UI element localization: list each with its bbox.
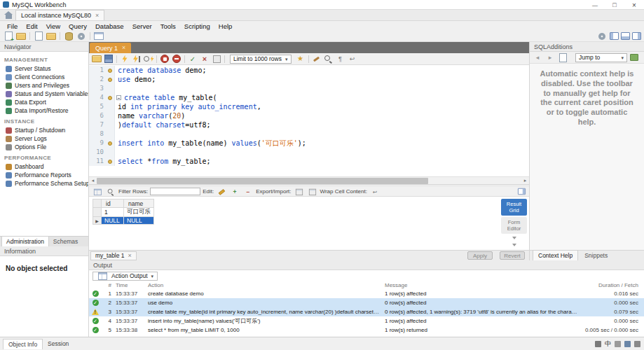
manual-icon[interactable] — [629, 52, 640, 62]
connection-tab[interactable]: Local instance MySQL80 — [15, 10, 104, 20]
close-icon[interactable] — [122, 45, 125, 51]
output-row[interactable]: 415:33:37insert into my_table(name) valu… — [89, 316, 644, 326]
tab-context-help[interactable]: Context Help — [533, 250, 578, 260]
search-icon[interactable] — [106, 188, 116, 196]
add-row-icon[interactable] — [230, 188, 240, 196]
forward-icon[interactable] — [544, 52, 556, 62]
sidebar-item-dashboard[interactable]: Dashboard — [0, 162, 88, 171]
editor-horizontal-scrollbar[interactable]: ◂ ▸ — [89, 176, 529, 184]
toggle-output-area-icon[interactable] — [621, 32, 630, 40]
column-header-duration-fetch[interactable]: Duration / Fetch — [577, 282, 644, 288]
open-model-icon[interactable] — [46, 31, 57, 41]
code-line[interactable]: 6name varchar(20) — [89, 111, 529, 120]
apply-button[interactable]: Apply — [467, 251, 493, 260]
stop-icon[interactable] — [159, 54, 170, 64]
table-data-import-icon[interactable] — [93, 31, 104, 41]
save-script-icon[interactable] — [103, 54, 114, 64]
code-line[interactable]: 2use demo; — [89, 75, 529, 84]
scrollbar-thumb[interactable] — [97, 178, 428, 184]
toggle-sidebar-icon[interactable] — [610, 32, 619, 40]
jump-to-dropdown[interactable]: Jump to — [575, 53, 627, 62]
sidebar-item-options-file[interactable]: Options File — [0, 143, 88, 151]
menu-edit[interactable]: Edit — [22, 22, 41, 30]
column-header-time[interactable]: Time — [111, 282, 144, 288]
scroll-left-icon[interactable]: ◂ — [89, 177, 97, 185]
column-header-message[interactable]: Message — [382, 282, 577, 288]
save-snippet-icon[interactable] — [295, 54, 306, 64]
close-icon[interactable] — [95, 13, 99, 19]
tray-icon[interactable] — [624, 341, 631, 347]
result-cell[interactable]: NULL — [124, 217, 154, 225]
column-header-id[interactable]: id — [102, 200, 124, 208]
open-script-icon[interactable] — [91, 54, 102, 64]
tray-icon[interactable] — [615, 341, 621, 347]
output-row[interactable]: 315:33:37create table my_table(id int pr… — [89, 307, 644, 316]
menu-file[interactable]: File — [3, 22, 22, 30]
toggle-secondary-sidebar-icon[interactable] — [632, 32, 641, 40]
sidebar-item-data-export[interactable]: Data Export — [0, 98, 88, 106]
find-icon[interactable] — [323, 54, 334, 64]
code-line[interactable]: 9insert into my_table(name) values('可口可乐… — [89, 139, 529, 148]
toggle-result-panel-icon[interactable] — [518, 188, 526, 195]
fold-indicator[interactable] — [116, 95, 121, 100]
sidebar-item-performance-reports[interactable]: Performance Reports — [0, 171, 88, 179]
output-row[interactable]: 515:33:38select * from my_table LIMIT 0,… — [89, 326, 644, 335]
tray-icon[interactable] — [595, 341, 601, 347]
wrap-text-icon[interactable] — [347, 54, 358, 64]
result-cell[interactable]: 可口可乐 — [124, 208, 154, 217]
sidebar-item-status-and-system-variables[interactable]: Status and System Variables — [0, 90, 88, 98]
sidebar-item-users-and-privileges[interactable]: Users and Privileges — [0, 81, 88, 90]
column-header-name[interactable]: name — [124, 200, 154, 208]
close-button[interactable] — [624, 0, 644, 10]
code-line[interactable]: 5id int primary key auto_increment, — [89, 102, 529, 111]
tray-icon[interactable] — [634, 341, 640, 347]
menu-query[interactable]: Query — [64, 22, 91, 30]
ime-indicator[interactable]: 中 — [605, 340, 611, 349]
explain-icon[interactable] — [143, 54, 154, 64]
new-model-icon[interactable] — [33, 31, 44, 41]
tab-my-table-1[interactable]: my_table 1 — [90, 251, 137, 260]
menu-tools[interactable]: Tools — [156, 22, 180, 30]
chevron-down-icon[interactable] — [512, 237, 516, 239]
beautify-script-icon[interactable] — [311, 54, 322, 64]
scrollbar-track[interactable] — [97, 177, 521, 185]
code-line[interactable]: 10 — [89, 148, 529, 157]
wrap-content-icon[interactable] — [370, 188, 380, 196]
minimize-button[interactable] — [585, 0, 605, 10]
side-tab-form-editor[interactable]: Form Editor — [501, 217, 527, 234]
code-line[interactable]: 7)default charset=utf8; — [89, 120, 529, 130]
home-tab[interactable] — [1, 10, 15, 20]
execute-current-statement-icon[interactable] — [131, 54, 142, 64]
sidebar-item-server-logs[interactable]: Server Logs — [0, 134, 88, 143]
chevron-down-icon[interactable] — [512, 244, 516, 246]
sidebar-tab-administration[interactable]: Administration — [1, 236, 49, 246]
tab-snippets[interactable]: Snippets — [580, 251, 612, 260]
close-icon[interactable] — [128, 253, 132, 259]
output-row[interactable]: 215:33:37use demo0 row(s) affected0.000 … — [89, 298, 644, 307]
sidebar-tab-schemas[interactable]: Schemas — [49, 237, 82, 246]
menu-view[interactable]: View — [42, 22, 64, 30]
code-line[interactable]: 8 — [89, 130, 529, 139]
column-header-[interactable]: # — [102, 282, 111, 288]
export-icon[interactable] — [294, 188, 304, 196]
output-view-dropdown[interactable]: Action Output — [93, 272, 158, 281]
import-icon[interactable] — [308, 188, 317, 196]
result-cell[interactable]: NULL — [102, 217, 124, 225]
new-connection-icon[interactable] — [63, 31, 74, 41]
menu-server[interactable]: Server — [128, 22, 156, 30]
filter-rows-input[interactable] — [150, 188, 200, 195]
menu-help[interactable]: Help — [214, 22, 237, 30]
server-administration-icon[interactable] — [76, 31, 87, 41]
result-cell[interactable]: 1 — [102, 208, 124, 217]
commit-icon[interactable] — [187, 54, 198, 64]
maximize-button[interactable] — [605, 0, 624, 10]
limit-rows-dropdown[interactable]: Limit to 1000 rows — [230, 55, 292, 64]
back-icon[interactable] — [532, 52, 543, 62]
result-row[interactable]: 1可口可乐 — [93, 208, 154, 217]
output-row[interactable]: 115:33:37create database demo1 row(s) af… — [89, 289, 644, 298]
execute-icon[interactable] — [119, 54, 130, 64]
tab-query-1[interactable]: Query 1 — [90, 43, 131, 53]
sidebar-item-data-import-restore[interactable]: Data Import/Restore — [0, 106, 88, 115]
sidebar-item-server-status[interactable]: Server Status — [0, 64, 88, 73]
statusbar-tab-session[interactable]: Session — [43, 339, 74, 349]
